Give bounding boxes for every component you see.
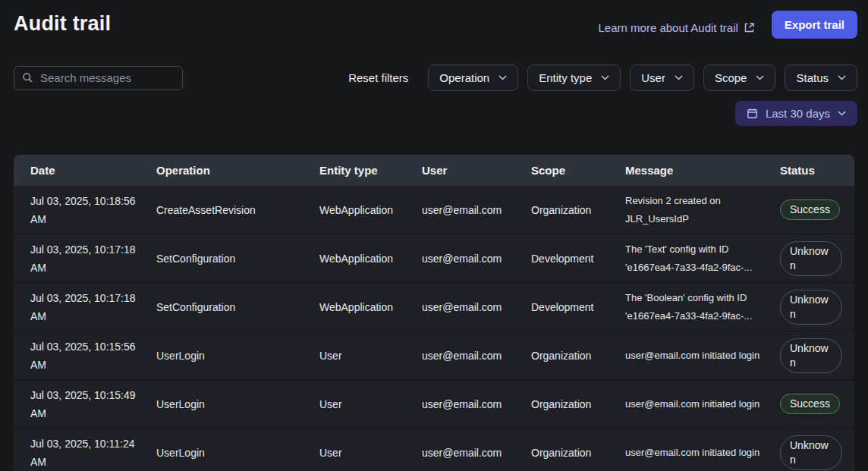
- column-header-entity-type: Entity type: [319, 162, 422, 180]
- cell-scope: Organization: [531, 395, 625, 413]
- cell-message: The 'Text' config with ID 'e1667ea4-7a33…: [625, 240, 780, 277]
- cell-date: Jul 03, 2025, 10:11:24 AM: [30, 435, 156, 471]
- cell-status: Unknown: [780, 435, 854, 470]
- cell-user: user@email.com: [422, 444, 531, 462]
- chevron-down-icon: [838, 75, 846, 80]
- dropdown-label: Operation: [439, 71, 489, 84]
- cell-message: user@email.com initiated login: [625, 444, 780, 462]
- cell-date: Jul 03, 2025, 10:15:56 AM: [30, 338, 156, 374]
- cell-status: Success: [780, 199, 854, 220]
- cell-entity-type: WebApplication: [319, 298, 422, 316]
- export-trail-button[interactable]: Export trail: [772, 11, 857, 39]
- cell-user: user@email.com: [422, 347, 531, 365]
- status-badge: Unknown: [780, 338, 842, 373]
- cell-operation: SetConfiguration: [156, 298, 319, 316]
- column-header-scope: Scope: [531, 162, 625, 180]
- column-header-user: User: [422, 162, 531, 180]
- reset-filters-button[interactable]: Reset filters: [348, 71, 408, 84]
- cell-entity-type: User: [319, 444, 422, 462]
- chevron-down-icon: [838, 111, 846, 116]
- filter-dropdown-scope[interactable]: Scope: [703, 64, 776, 91]
- table-row: Jul 03, 2025, 10:15:56 AM UserLogin User…: [14, 331, 854, 380]
- cell-operation: UserLogin: [156, 444, 319, 462]
- chevron-down-icon: [601, 75, 609, 80]
- chevron-down-icon: [498, 75, 507, 80]
- page-title: Audit trail: [14, 11, 111, 36]
- status-badge: Unknown: [780, 241, 842, 276]
- cell-message: user@email.com initiated login: [625, 347, 780, 365]
- cell-message: Revision 2 created on JLR_UsersIdP: [625, 192, 780, 228]
- cell-status: Unknown: [780, 338, 854, 373]
- cell-operation: UserLogin: [156, 395, 319, 413]
- date-range-bar: Last 30 days: [0, 101, 868, 126]
- status-badge: Unknown: [780, 290, 842, 325]
- cell-scope: Development: [531, 298, 625, 316]
- cell-status: Unknown: [780, 290, 854, 325]
- dropdown-label: User: [641, 71, 665, 84]
- table-header-row: Date Operation Entity type User Scope Me…: [14, 155, 854, 186]
- column-header-status: Status: [780, 162, 854, 180]
- filter-dropdown-status[interactable]: Status: [785, 64, 857, 91]
- dropdown-label: Scope: [715, 71, 747, 84]
- table-body: Jul 03, 2025, 10:18:56 AM CreateAssetRev…: [14, 186, 854, 471]
- cell-operation: CreateAssetRevision: [156, 201, 319, 219]
- cell-entity-type: User: [319, 395, 422, 413]
- search-input[interactable]: [40, 71, 191, 84]
- search-box[interactable]: [14, 66, 183, 90]
- cell-scope: Development: [531, 250, 625, 268]
- status-badge: Success: [780, 394, 840, 414]
- cell-date: Jul 03, 2025, 10:17:18 AM: [30, 240, 156, 277]
- cell-date: Jul 03, 2025, 10:17:18 AM: [30, 289, 156, 325]
- cell-scope: Organization: [531, 347, 625, 365]
- cell-message: The 'Boolean' config with ID 'e1667ea4-7…: [625, 289, 780, 325]
- date-range-label: Last 30 days: [766, 107, 830, 120]
- cell-user: user@email.com: [422, 395, 531, 413]
- learn-more-label: Learn more about Audit trail: [599, 21, 738, 34]
- filter-dropdown-user[interactable]: User: [630, 64, 694, 91]
- external-link-icon: [744, 22, 755, 33]
- filter-dropdown-entity-type[interactable]: Entity type: [527, 64, 621, 91]
- cell-operation: UserLogin: [156, 347, 319, 365]
- dropdown-label: Entity type: [539, 71, 592, 84]
- learn-more-link[interactable]: Learn more about Audit trail: [599, 21, 755, 34]
- header-actions: Learn more about Audit trail Export trai…: [599, 11, 857, 39]
- chevron-down-icon: [756, 75, 764, 80]
- table-row: Jul 03, 2025, 10:18:56 AM CreateAssetRev…: [14, 186, 854, 234]
- audit-trail-table: Date Operation Entity type User Scope Me…: [14, 155, 854, 471]
- cell-date: Jul 03, 2025, 10:18:56 AM: [30, 192, 156, 228]
- table-row: Jul 03, 2025, 10:17:18 AM SetConfigurati…: [14, 234, 854, 283]
- cell-entity-type: WebApplication: [319, 201, 422, 219]
- cell-operation: SetConfiguration: [156, 250, 319, 268]
- filter-bar: Reset filters Operation Entity type User…: [0, 64, 868, 91]
- cell-status: Unknown: [780, 241, 854, 276]
- table-row: Jul 03, 2025, 10:15:49 AM UserLogin User…: [14, 380, 854, 429]
- cell-entity-type: WebApplication: [319, 250, 422, 268]
- column-header-message: Message: [625, 162, 780, 180]
- cell-user: user@email.com: [422, 250, 531, 268]
- cell-entity-type: User: [319, 347, 422, 365]
- cell-user: user@email.com: [422, 201, 531, 219]
- cell-message: user@email.com initiated login: [625, 395, 780, 413]
- filter-controls: Reset filters Operation Entity type User…: [348, 64, 857, 91]
- calendar-icon: [747, 108, 758, 119]
- cell-scope: Organization: [531, 201, 625, 219]
- status-badge: Success: [780, 199, 840, 220]
- date-range-button[interactable]: Last 30 days: [735, 101, 857, 126]
- cell-scope: Organization: [531, 444, 625, 462]
- dropdown-label: Status: [796, 71, 829, 84]
- cell-date: Jul 03, 2025, 10:15:49 AM: [30, 386, 156, 422]
- table-row: Jul 03, 2025, 10:17:18 AM SetConfigurati…: [14, 283, 854, 331]
- table-row: Jul 03, 2025, 10:11:24 AM UserLogin User…: [14, 429, 854, 471]
- column-header-date: Date: [30, 162, 156, 180]
- filter-dropdown-operation[interactable]: Operation: [428, 64, 518, 91]
- cell-status: Success: [780, 394, 854, 414]
- search-icon: [22, 72, 33, 83]
- cell-user: user@email.com: [422, 298, 531, 316]
- column-header-operation: Operation: [156, 162, 319, 180]
- page-header: Audit trail Learn more about Audit trail…: [0, 0, 868, 39]
- chevron-down-icon: [675, 75, 683, 80]
- status-badge: Unknown: [780, 435, 842, 470]
